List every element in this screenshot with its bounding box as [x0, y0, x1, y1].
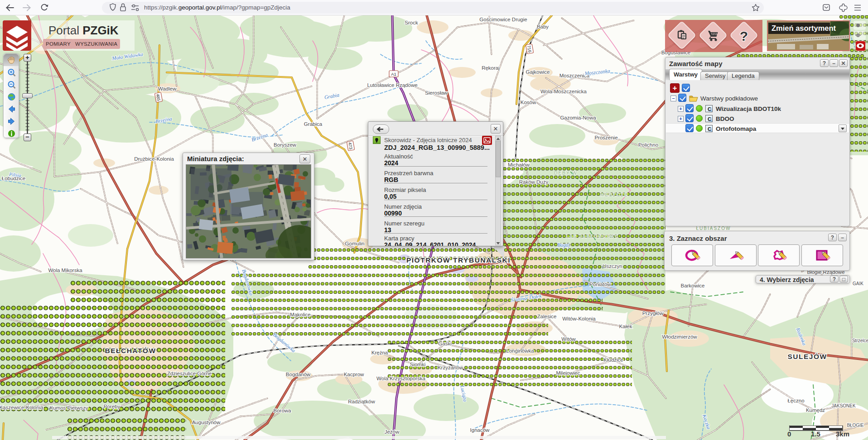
svg-text:Rękoraj: Rękoraj [482, 65, 500, 71]
svg-text:Boryszew: Boryszew [274, 142, 297, 148]
svg-text:Radziątków: Radziątków [348, 399, 375, 404]
svg-text:Kałek: Kałek [619, 324, 632, 329]
svg-text:Siomki: Siomki [410, 362, 426, 367]
svg-text:LAS JABŁONIOWY: LAS JABŁONIOWY [566, 234, 618, 239]
svg-text:GAIK: GAIK [853, 281, 863, 286]
svg-text:Wola Mikorska: Wola Mikorska [48, 268, 82, 273]
svg-text:Poręby: Poręby [104, 404, 121, 409]
svg-text:Proszenie: Proszenie [594, 135, 617, 140]
svg-text:JAKSONEK: JAKSONEK [831, 403, 856, 408]
svg-text:Grabica: Grabica [304, 121, 323, 127]
svg-text:Michałów: Michałów [508, 162, 530, 167]
svg-text:Barkowice: Barkowice [680, 283, 704, 288]
svg-text:Kumos Pierwszy: Kumos Pierwszy [50, 405, 88, 411]
svg-text:Radonka: Radonka [795, 326, 807, 346]
svg-text:Gazomia-Nowa: Gazomia-Nowa [560, 115, 596, 120]
svg-text:SULEJÓW: SULEJÓW [787, 353, 827, 360]
svg-text:Kacprow: Kacprow [344, 372, 364, 377]
svg-text:Zalesice: Zalesice [537, 314, 557, 319]
svg-text:Longinówka: Longinówka [506, 348, 534, 354]
svg-text:Bogdanów: Bogdanów [286, 372, 311, 377]
svg-text:Moszczanka: Moszczanka [584, 68, 610, 76]
svg-text:Mała Widawka: Mała Widawka [111, 51, 144, 61]
svg-text:Witów: Witów [561, 336, 576, 342]
svg-text:Kaczka: Kaczka [702, 413, 712, 430]
svg-text:Śrutowy Dołek: Śrutowy Dołek [511, 292, 542, 303]
svg-text:Sierosław: Sierosław [425, 90, 448, 96]
svg-text:Poniatów: Poniatów [589, 282, 611, 287]
svg-text:Pilsia: Pilsia [8, 172, 21, 178]
svg-text:Jeżów: Jeżów [385, 429, 400, 435]
svg-text:Grabia: Grabia [324, 92, 340, 100]
svg-text:MESZCZE: MESZCZE [600, 192, 628, 197]
svg-text:BEŁCHATÓW: BEŁCHATÓW [105, 347, 156, 354]
svg-text:DĘBY W: DĘBY W [554, 171, 577, 176]
svg-text:Kłudzice: Kłudzice [603, 357, 623, 363]
svg-text:Wadlew: Wadlew [158, 86, 177, 91]
svg-text:Wola Krzysztoporska: Wola Krzysztoporska [376, 376, 425, 381]
svg-text:Zdzieszulice Górne: Zdzieszulice Górne [167, 371, 212, 376]
svg-text:Gościmowice Drugie: Gościmowice Drugie [479, 17, 527, 22]
svg-text:Strzelce: Strzelce [852, 338, 868, 343]
svg-text:Brzeźna: Brzeźna [155, 116, 173, 124]
svg-text:Gaski: Gaski [438, 341, 451, 346]
svg-text:Mąkolice: Mąkolice [290, 312, 310, 317]
svg-text:Krzyżanów: Krzyżanów [438, 365, 463, 370]
svg-text:Milejowiec: Milejowiec [556, 370, 580, 376]
svg-text:Polichno: Polichno [638, 142, 658, 148]
svg-text:Lutosławice Rządowe: Lutosławice Rządowe [367, 82, 417, 88]
svg-text:Bugaj: Bugaj [557, 242, 569, 248]
svg-text:Uszczyn: Uszczyn [603, 263, 622, 269]
svg-text:Kosów: Kosów [521, 100, 536, 105]
svg-text:Raków Duży: Raków Duży [519, 179, 549, 185]
svg-text:Brzeźna: Brzeźna [251, 132, 268, 143]
svg-text:A1: A1 [391, 72, 396, 77]
svg-text:Augustynów: Augustynów [192, 420, 221, 425]
svg-text:Ignaców: Ignaców [470, 427, 490, 433]
svg-text:Włodzimierzów: Włodzimierzów [662, 334, 697, 340]
svg-text:Gomulin: Gomulin [345, 241, 365, 246]
svg-text:Luciąża: Luciąża [459, 384, 468, 402]
svg-text:Drużbice-Kolonia: Drużbice-Kolonia [134, 156, 174, 162]
svg-text:BŁOGIE: BŁOGIE [847, 423, 864, 428]
svg-text:Łęczno: Łęczno [787, 398, 804, 403]
svg-text:Witów-Kolonia: Witów-Kolonia [562, 316, 596, 321]
svg-text:Wola-Moszczenicka: Wola-Moszczenicka [540, 89, 587, 94]
svg-text:Bogdanówka: Bogdanówka [241, 268, 254, 296]
svg-text:Borowa: Borowa [274, 408, 292, 413]
svg-text:Krężna: Krężna [371, 350, 388, 355]
svg-text:Gajkowice: Gajkowice [526, 69, 550, 75]
svg-text:Kumędz: Kumędz [806, 407, 825, 413]
svg-text:Baby: Baby [537, 24, 549, 29]
svg-text:Srock: Srock [405, 20, 418, 25]
svg-text:Przygłów: Przygłów [642, 311, 664, 316]
svg-text:Kaszewice-Kolonia: Kaszewice-Kolonia [0, 405, 43, 410]
svg-text:Bogdanówka: Bogdanówka [272, 332, 297, 354]
